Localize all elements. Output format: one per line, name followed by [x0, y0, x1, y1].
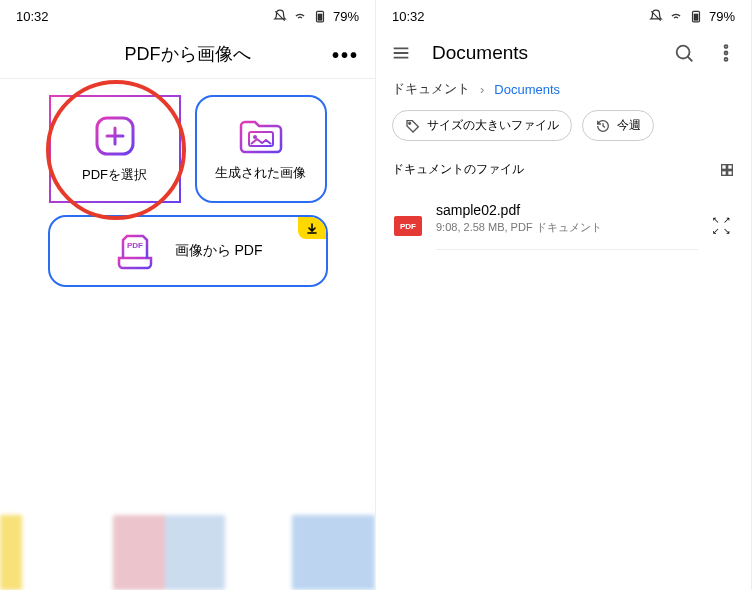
download-badge[interactable]: [298, 217, 326, 239]
more-icon[interactable]: •••: [332, 44, 359, 67]
svg-rect-15: [722, 170, 727, 175]
left-screen: 10:32 79% PDFから画像へ ••• PDFを選択 生成された画像 PD…: [0, 0, 376, 590]
history-icon: [595, 118, 611, 134]
select-pdf-card[interactable]: PDFを選択: [49, 95, 181, 203]
battery-icon: [689, 9, 703, 23]
card-row: PDFを選択 生成された画像: [0, 79, 375, 203]
tag-icon: [405, 118, 421, 134]
right-screen: 10:32 79% Documents ドキュメント › Documents サ…: [376, 0, 752, 590]
svg-rect-13: [722, 164, 727, 169]
plus-icon: [93, 114, 137, 158]
kebab-icon[interactable]: [715, 42, 737, 64]
svg-text:PDF: PDF: [127, 241, 143, 250]
file-name: sample02.pdf: [436, 202, 698, 218]
status-icons: 79%: [273, 9, 359, 24]
scanner-pdf-icon: PDF: [113, 232, 157, 270]
grid-view-icon[interactable]: [719, 162, 735, 178]
file-picker-header: Documents: [376, 32, 751, 74]
status-time: 10:32: [392, 9, 425, 24]
file-row[interactable]: PDF sample02.pdf 9:08, 2.58 MB, PDF ドキュメ…: [376, 192, 751, 260]
picker-title: Documents: [432, 42, 653, 64]
wifi-icon: [293, 9, 307, 23]
chip-this-week[interactable]: 今週: [582, 110, 654, 141]
status-icons: 79%: [649, 9, 735, 24]
generated-images-label: 生成された画像: [215, 164, 306, 182]
section-header: ドキュメントのファイル: [376, 155, 751, 192]
bell-off-icon: [649, 9, 663, 23]
select-pdf-label: PDFを選択: [82, 166, 147, 184]
download-icon: [306, 222, 318, 234]
svg-point-9: [725, 45, 728, 48]
chip-large-files[interactable]: サイズの大きいファイル: [392, 110, 572, 141]
pdf-file-icon: PDF: [394, 216, 422, 236]
pixelated-footer: [0, 515, 375, 590]
chevron-right-icon: ›: [480, 82, 484, 97]
file-info: sample02.pdf 9:08, 2.58 MB, PDF ドキュメント: [436, 202, 698, 250]
svg-rect-1: [318, 14, 323, 21]
svg-rect-16: [728, 170, 733, 175]
section-title: ドキュメントのファイル: [392, 161, 524, 178]
app-title: PDFから画像へ: [125, 42, 251, 66]
svg-point-11: [725, 58, 728, 61]
chip-label: 今週: [617, 117, 641, 134]
breadcrumb-current[interactable]: Documents: [494, 82, 560, 97]
battery-pct: 79%: [709, 9, 735, 24]
status-bar: 10:32 79%: [376, 0, 751, 32]
file-meta: 9:08, 2.58 MB, PDF ドキュメント: [436, 220, 698, 235]
svg-point-8: [677, 46, 690, 59]
svg-rect-14: [728, 164, 733, 169]
svg-point-10: [725, 52, 728, 55]
wifi-icon: [669, 9, 683, 23]
app-header: PDFから画像へ •••: [0, 32, 375, 79]
image-to-pdf-label: 画像から PDF: [175, 242, 263, 260]
status-bar: 10:32 79%: [0, 0, 375, 32]
svg-rect-7: [694, 14, 699, 21]
generated-images-card[interactable]: 生成された画像: [195, 95, 327, 203]
chip-label: サイズの大きいファイル: [427, 117, 559, 134]
folder-images-icon: [237, 116, 285, 156]
filter-chips: サイズの大きいファイル 今週: [376, 110, 751, 155]
battery-icon: [313, 9, 327, 23]
menu-icon[interactable]: [390, 42, 412, 64]
svg-point-12: [409, 122, 411, 124]
battery-pct: 79%: [333, 9, 359, 24]
bell-off-icon: [273, 9, 287, 23]
search-icon[interactable]: [673, 42, 695, 64]
status-time: 10:32: [16, 9, 49, 24]
breadcrumb: ドキュメント › Documents: [376, 74, 751, 110]
breadcrumb-root[interactable]: ドキュメント: [392, 80, 470, 98]
expand-icon[interactable]: ↖↗↙↘: [712, 216, 733, 237]
image-to-pdf-card[interactable]: PDF 画像から PDF: [48, 215, 328, 287]
